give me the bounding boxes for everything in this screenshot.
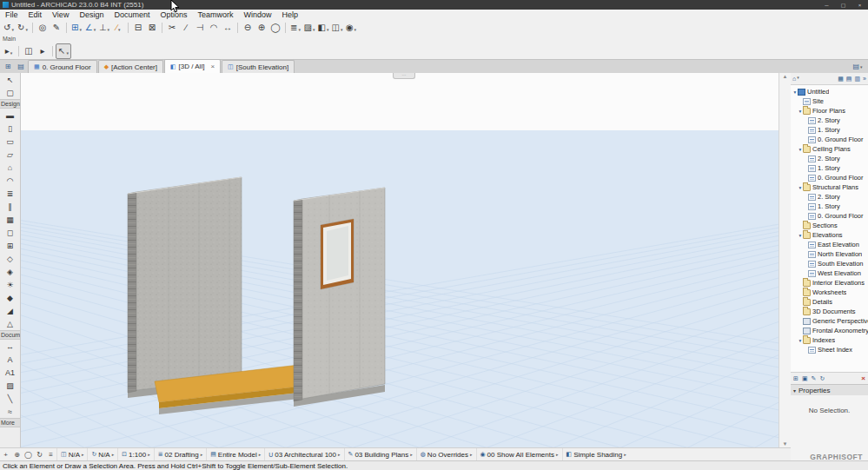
text-tool[interactable]: A	[0, 353, 20, 366]
minimize-button[interactable]: ─	[818, 0, 835, 10]
slab-tool[interactable]: ▱	[0, 148, 20, 161]
renovation-filter-quick-option[interactable]: ↻N/A▸	[87, 448, 117, 460]
tree-item[interactable]: 0. Ground Floor	[791, 211, 868, 221]
tree-item[interactable]: 0. Ground Floor	[791, 135, 868, 144]
tree-item[interactable]: Generic Perspective	[791, 316, 868, 326]
menu-item-document[interactable]: Document	[109, 10, 155, 19]
tree-item[interactable]: ▾Untitled	[791, 87, 868, 96]
new-viewpoint-button[interactable]: ⊞	[793, 375, 798, 382]
zone-tool[interactable]: ◢	[0, 304, 20, 317]
zoom-out-button[interactable]: ⊖	[241, 21, 255, 35]
tree-item[interactable]: ▾Ceiling Plans	[791, 144, 868, 154]
inject-parameters-button[interactable]: ✎	[50, 21, 63, 35]
scroll-down-icon[interactable]: ▼	[783, 441, 788, 447]
fit-in-window-button[interactable]: ◯	[268, 21, 282, 35]
menu-item-teamwork[interactable]: Teamwork	[192, 10, 238, 19]
morph-tool[interactable]: ◆	[0, 291, 20, 304]
maximize-button[interactable]: ▢	[835, 0, 851, 10]
tree-item[interactable]: Site	[791, 96, 868, 106]
autogroup-button[interactable]: ⊠	[145, 21, 159, 35]
model-view-options-quick-option[interactable]: ◉00 Show All Elements▸	[476, 448, 562, 460]
flyout-button[interactable]: ▸	[36, 44, 50, 58]
tab-south-elevation[interactable]: ◫[South Elevation]	[222, 60, 295, 73]
tree-item[interactable]: North Elevation	[791, 249, 868, 259]
tree-item[interactable]: Frontal Axonometry	[791, 326, 868, 335]
dimension-style-quick-option[interactable]: U03 Architectural 100▸	[264, 448, 343, 460]
layer-combination-quick-option[interactable]: ≣02 Drafting▸	[154, 448, 207, 460]
zoom-button[interactable]: ⊕	[11, 451, 23, 459]
tab-ground-floor[interactable]: ▦0. Ground Floor	[28, 60, 97, 73]
model-display-button[interactable]: ◧▾	[316, 21, 330, 35]
menu-item-design[interactable]: Design	[74, 10, 109, 19]
tree-item[interactable]: 1. Story	[791, 163, 868, 173]
window-tool[interactable]: ⊞	[0, 239, 20, 252]
tree-item[interactable]: Sections	[791, 221, 868, 230]
pen-set-quick-option[interactable]: ✎03 Building Plans▸	[344, 448, 416, 460]
menu-item-file[interactable]: File	[0, 10, 23, 19]
delete-viewpoint-button[interactable]: ×	[861, 374, 865, 382]
dimension-tool[interactable]: ↔	[0, 340, 20, 353]
stair-tool[interactable]: ≣	[0, 187, 20, 200]
tree-item[interactable]: ▾Floor Plans	[791, 106, 868, 116]
tab-overview-button[interactable]: ⊞	[2, 61, 14, 72]
split-button[interactable]: ∕	[179, 21, 193, 35]
label-tool[interactable]: A1	[0, 366, 20, 379]
tree-item[interactable]: South Elevation	[791, 259, 868, 268]
tab-menu-button[interactable]: ▤▾	[851, 61, 864, 72]
tree-item[interactable]: Worksheets	[791, 288, 868, 297]
column-tool[interactable]: ▯	[0, 122, 20, 135]
scroll-up-icon[interactable]: ▲	[783, 74, 788, 79]
roof-tool[interactable]: ⌂	[0, 161, 20, 174]
shell-tool[interactable]: ◠	[0, 174, 20, 187]
layout-book-button[interactable]: ▥	[854, 76, 860, 83]
toolbar-options-button[interactable]: ▸▾	[2, 44, 16, 58]
tree-item[interactable]: 1. Story	[791, 202, 868, 211]
viewport-3d[interactable]: ⋯	[21, 73, 779, 447]
properties-header[interactable]: ▾ Properties	[791, 384, 868, 395]
tree-item[interactable]: ▾Indexes	[791, 335, 868, 345]
tree-item[interactable]: West Elevation	[791, 268, 868, 278]
gravity-button[interactable]: ⊥▾	[97, 21, 111, 35]
wall-tool[interactable]: ▬	[0, 109, 20, 122]
refresh-viewpoint-button[interactable]: ↻	[819, 375, 825, 382]
project-chooser-button[interactable]: ⌂▾	[792, 75, 799, 83]
sections-3d-button[interactable]: ◫▾	[330, 21, 344, 35]
tree-item[interactable]: 2. Story	[791, 116, 868, 125]
structure-display-quick-option[interactable]: ▤Entire Model▸	[206, 448, 264, 460]
adjust-button[interactable]: ⊣	[193, 21, 207, 35]
scale-quick-option[interactable]: ⊡1:100▸	[117, 448, 153, 460]
pan-button[interactable]: +	[0, 451, 11, 459]
mesh-tool[interactable]: △	[0, 317, 20, 330]
arrow-tool[interactable]: ↖	[0, 73, 20, 86]
pick-up-parameters-button[interactable]: ◎	[36, 21, 50, 35]
tree-item[interactable]: 3D Documents	[791, 307, 868, 316]
resize-button[interactable]: ↔	[221, 21, 235, 35]
line-tool[interactable]: ╲	[0, 392, 20, 405]
tab-list-button[interactable]: ▤	[15, 61, 27, 72]
tree-item[interactable]: East Elevation	[791, 240, 868, 249]
style-3d-quick-option[interactable]: ◧Simple Shading▸	[562, 448, 630, 460]
close-button[interactable]: ×	[851, 0, 868, 10]
orbit-button[interactable]: ↻	[34, 451, 45, 459]
tree-item[interactable]: ▾Structural Plans	[791, 182, 868, 192]
tree-item[interactable]: 1. Story	[791, 125, 868, 135]
railing-tool[interactable]: ∥	[0, 200, 20, 213]
tree-item[interactable]: Interior Elevations	[791, 278, 868, 288]
camera-button[interactable]: ◉▾	[344, 21, 358, 35]
zoom-in-button[interactable]: ⊕	[255, 21, 268, 35]
fillet-button[interactable]: ◠	[207, 21, 221, 35]
tree-item[interactable]: Sheet Index	[791, 345, 868, 354]
lamp-tool[interactable]: ☀	[0, 278, 20, 291]
current-tool-arrow-button[interactable]: ↖▾	[56, 43, 71, 59]
tree-item[interactable]: 2. Story	[791, 154, 868, 163]
menu-item-window[interactable]: Window	[238, 10, 276, 19]
tree-item[interactable]: 0. Ground Floor	[791, 173, 868, 182]
explore-model-button[interactable]: ≡	[45, 451, 56, 459]
viewport-grab-handle[interactable]: ⋯	[393, 73, 415, 79]
tree-item[interactable]: 2. Story	[791, 192, 868, 202]
tree-item[interactable]: ▾Elevations	[791, 230, 868, 240]
tree-item[interactable]: Details	[791, 297, 868, 307]
menu-item-help[interactable]: Help	[277, 10, 304, 19]
guide-lines-button[interactable]: ∕▾	[111, 21, 125, 35]
fill-tool[interactable]: ▨	[0, 379, 20, 392]
